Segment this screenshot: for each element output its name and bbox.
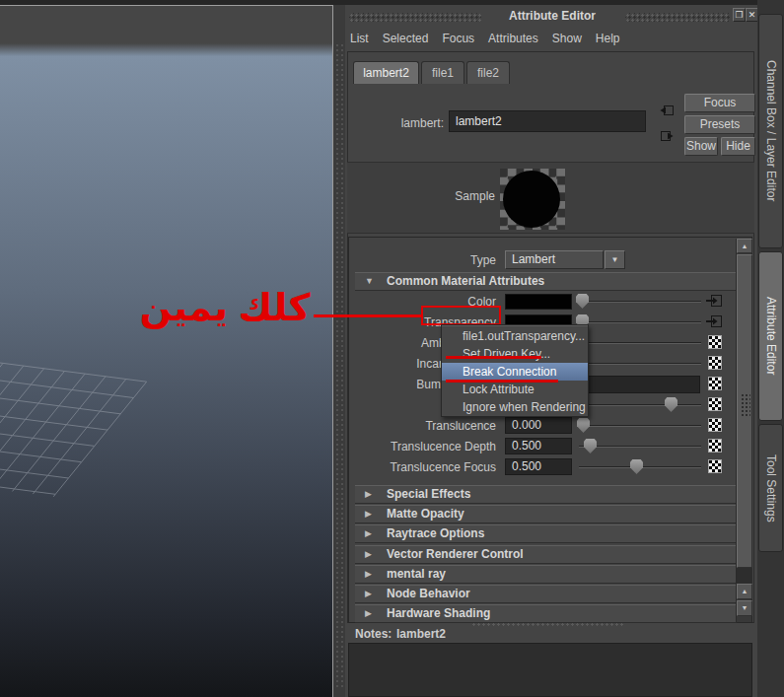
- tab-lambert2[interactable]: lambert2: [353, 61, 419, 84]
- annotation-pointer-line: [314, 314, 422, 317]
- section-common-material-attributes[interactable]: ▼ Common Material Attributes: [355, 272, 737, 291]
- output-connection-icon[interactable]: [659, 128, 677, 145]
- menu-item-break-connection[interactable]: Break Connection: [442, 363, 588, 381]
- type-dropdown-arrow-icon[interactable]: ▼: [605, 250, 625, 269]
- diffuse-map-checker-icon[interactable]: [708, 397, 722, 411]
- scroll-up-icon[interactable]: ▲: [737, 584, 752, 599]
- chevron-down-icon: ▼: [365, 276, 374, 286]
- transparency-slider[interactable]: [579, 321, 701, 323]
- notes-splitter-grip[interactable]: [471, 622, 624, 627]
- scrollbar-thumb[interactable]: [737, 254, 752, 568]
- scrollbar-track[interactable]: [737, 568, 752, 584]
- menu-item-out-transparency[interactable]: file1.outTransparency...: [442, 327, 588, 345]
- translucence-map-checker-icon[interactable]: [708, 418, 722, 432]
- section-title: Common Material Attributes: [387, 274, 544, 288]
- splitter-grip-dots: [341, 44, 343, 689]
- translucence-depth-slider-handle[interactable]: [584, 439, 597, 453]
- dock-splitter[interactable]: [333, 5, 345, 697]
- ambient-color-slider[interactable]: [579, 342, 701, 344]
- menu-item-ignore-when-rendering[interactable]: Ignore when Rendering: [442, 398, 588, 416]
- translucence-focus-slider-handle[interactable]: [630, 459, 643, 474]
- menu-focus[interactable]: Focus: [442, 32, 474, 45]
- viewport-panel[interactable]: [0, 5, 333, 697]
- menu-list[interactable]: List: [350, 32, 369, 45]
- transparency-connection-icon[interactable]: [706, 314, 723, 329]
- side-tab-attribute-editor[interactable]: Attribute Editor: [758, 251, 783, 421]
- chevron-right-icon: ▶: [365, 549, 372, 559]
- color-slider-handle[interactable]: [576, 294, 589, 309]
- translucence-depth-slider[interactable]: [579, 446, 701, 448]
- menu-selected[interactable]: Selected: [383, 32, 429, 45]
- side-tab-tool-settings[interactable]: Tool Settings: [758, 424, 783, 552]
- bump-map-checker-icon[interactable]: [708, 377, 722, 390]
- section-special-effects[interactable]: ▶ Special Effects: [355, 485, 737, 504]
- scroll-up-icon[interactable]: ▲: [737, 239, 752, 253]
- color-slider[interactable]: [579, 301, 701, 303]
- focus-button[interactable]: Focus: [684, 94, 755, 112]
- annotation-underline-bottom: [446, 380, 558, 383]
- incandescence-slider[interactable]: [579, 363, 701, 365]
- ambient-map-checker-icon[interactable]: [708, 335, 722, 349]
- translucence-slider-handle[interactable]: [577, 418, 590, 433]
- section-matte-opacity[interactable]: ▶ Matte Opacity: [355, 505, 737, 523]
- titlebar-drag-texture: [625, 13, 730, 22]
- notes-textarea[interactable]: [348, 643, 752, 697]
- diffuse-slider[interactable]: [579, 404, 701, 406]
- notes-node-name: lambert2: [396, 627, 446, 641]
- translucence-focus-label: Translucence Focus: [355, 459, 502, 476]
- tab-file1[interactable]: file1: [421, 61, 464, 84]
- side-tab-channel-box-layer-editor[interactable]: Channel Box / Layer Editor: [758, 14, 783, 248]
- translucence-focus-map-checker-icon[interactable]: [708, 459, 722, 473]
- translucence-label: Translucence: [355, 418, 502, 435]
- chevron-right-icon: ▶: [365, 569, 372, 579]
- menu-help[interactable]: Help: [596, 32, 620, 45]
- annotation-arabic-right-click: كلك يمين: [134, 282, 316, 333]
- diffuse-slider-handle[interactable]: [665, 397, 677, 412]
- attribute-editor-menubar: List Selected Focus Attributes Show Help: [350, 29, 620, 48]
- presets-button[interactable]: Presets: [684, 115, 755, 134]
- material-sample-swatch[interactable]: [500, 169, 565, 230]
- chevron-right-icon: ▶: [365, 509, 372, 519]
- translucence-slider[interactable]: [579, 425, 701, 427]
- section-raytrace-options[interactable]: ▶ Raytrace Options: [355, 524, 737, 543]
- section-vector-renderer-control[interactable]: ▶ Vector Renderer Control: [355, 545, 737, 564]
- section-node-behavior[interactable]: ▶ Node Behavior: [355, 585, 737, 603]
- viewport-canvas[interactable]: [0, 43, 332, 697]
- menu-item-lock-attribute[interactable]: Lock Attribute: [442, 381, 588, 398]
- notes-label: Notes:: [355, 627, 392, 641]
- panel-title: Attribute Editor: [483, 9, 621, 23]
- incandescence-map-checker-icon[interactable]: [708, 356, 722, 370]
- menu-attributes[interactable]: Attributes: [488, 32, 538, 45]
- node-type-label: lambert:: [345, 116, 444, 130]
- translucence-depth-label: Translucence Depth: [355, 439, 502, 455]
- scroll-down-icon[interactable]: ▼: [737, 600, 752, 616]
- annotation-underline-top: [446, 356, 541, 359]
- translucence-depth-value[interactable]: 0.500: [505, 438, 572, 454]
- scrollbar-grip-dots: [741, 393, 750, 417]
- chevron-right-icon: ▶: [365, 608, 372, 618]
- section-mental-ray[interactable]: ▶ mental ray: [355, 565, 737, 584]
- translucence-depth-map-checker-icon[interactable]: [708, 439, 722, 453]
- color-connection-icon[interactable]: [706, 293, 723, 309]
- splitter-grip-dots: [336, 44, 338, 689]
- float-window-icon[interactable]: ❐: [733, 8, 746, 22]
- hide-button[interactable]: Hide: [721, 137, 755, 156]
- viewport-grid: [0, 43, 332, 697]
- maya-window: Attribute Editor ❐ ✕ List Selected Focus…: [0, 0, 784, 697]
- type-dropdown-value[interactable]: Lambert: [505, 250, 604, 269]
- vertical-scrollbar[interactable]: ▲ ▲ ▼: [736, 239, 751, 622]
- section-hardware-shading[interactable]: ▶ Hardware Shading: [355, 604, 737, 623]
- translucence-value[interactable]: 0.000: [505, 417, 572, 434]
- color-swatch[interactable]: [505, 294, 572, 310]
- titlebar-drag-texture: [349, 13, 481, 22]
- tab-file2[interactable]: file2: [466, 61, 510, 84]
- menu-item-set-driven-key[interactable]: Set Driven Key...: [442, 345, 588, 363]
- swap-input-connection-icon[interactable]: [659, 103, 677, 119]
- chevron-right-icon: ▶: [365, 589, 372, 598]
- show-button[interactable]: Show: [684, 137, 718, 156]
- menu-show[interactable]: Show: [552, 32, 582, 45]
- translucence-focus-value[interactable]: 0.500: [505, 458, 572, 475]
- sample-sphere: [503, 171, 560, 228]
- node-name-field[interactable]: lambert2: [449, 110, 646, 132]
- attribute-editor-titlebar[interactable]: Attribute Editor ❐ ✕: [345, 7, 757, 27]
